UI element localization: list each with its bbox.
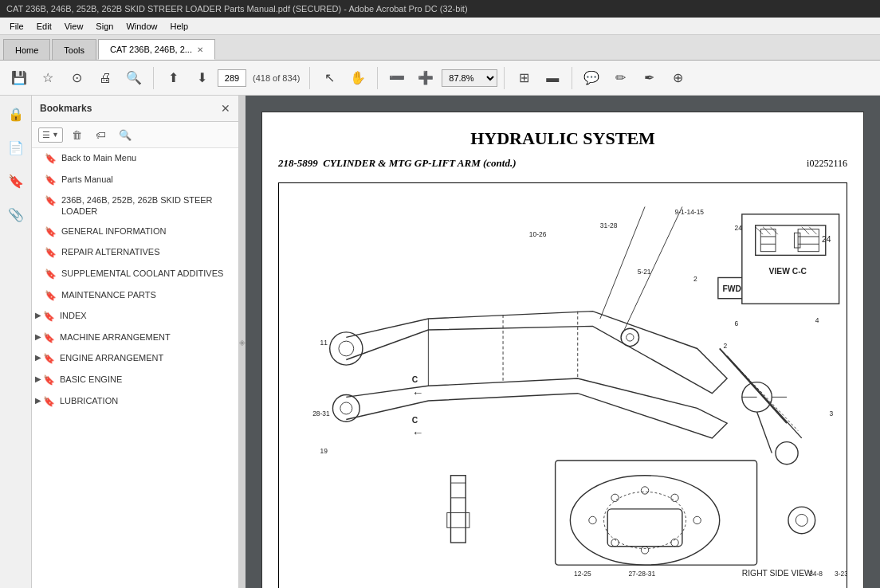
menu-file[interactable]: File: [3, 20, 30, 33]
page-number-input[interactable]: [218, 69, 246, 87]
svg-point-23: [641, 547, 648, 554]
diagram-svg: C ← C ←: [279, 183, 847, 588]
hand-tool[interactable]: ✋: [345, 65, 371, 91]
svg-line-37: [623, 206, 682, 333]
svg-text:3-23: 3-23: [835, 570, 847, 578]
svg-point-32: [788, 507, 815, 534]
bookmark-icon-12: 🔖: [43, 396, 55, 409]
svg-point-39: [621, 328, 638, 346]
title-text: CAT 236B, 246B, 252B, 262B SKID STREER L…: [6, 4, 468, 14]
separator-4: [504, 67, 505, 89]
sidebar-tag-button[interactable]: 🏷: [92, 125, 111, 144]
print-button[interactable]: 🖨: [92, 65, 118, 91]
sidebar-tools: ☰ ▼ 🗑 🏷 🔍: [32, 122, 238, 148]
zoom-out-button[interactable]: ➖: [384, 65, 410, 91]
fit-width-button[interactable]: ▬: [540, 65, 565, 91]
content-area[interactable]: HYDRAULIC SYSTEM 218-5899 CYLINDER & MTG…: [246, 96, 880, 588]
tab-home-label: Home: [15, 45, 38, 55]
svg-point-16: [604, 492, 686, 548]
fit-page-button[interactable]: ⊞: [511, 65, 536, 91]
svg-text:11: 11: [320, 339, 328, 347]
svg-text:6: 6: [734, 319, 738, 327]
menu-window[interactable]: Window: [120, 20, 163, 33]
bookmark-icon-4: 🔖: [45, 226, 57, 239]
tab-document[interactable]: CAT 236B, 246B, 2... ✕: [98, 39, 215, 60]
svg-line-28: [727, 356, 802, 438]
expand-arrow-basic: ▶: [35, 374, 41, 384]
svg-point-17: [589, 516, 596, 523]
bookmark-icon-2: 🔖: [45, 174, 57, 187]
svg-point-33: [796, 514, 807, 526]
svg-point-18: [611, 494, 619, 501]
draw-button[interactable]: ✒: [636, 65, 662, 91]
sidebar-dropdown-icon: ☰: [42, 130, 50, 140]
share-button[interactable]: ⊙: [64, 65, 89, 91]
svg-point-15: [570, 476, 719, 565]
svg-text:24: 24: [734, 224, 742, 232]
sidebar-view-dropdown[interactable]: ☰ ▼: [38, 127, 63, 143]
bookmark-engine-arr[interactable]: ▶ 🔖 ENGINE ARRANGEMENT: [32, 348, 238, 370]
bookmark-repair-alt[interactable]: 🔖 REPAIR ALTERNATIVES: [32, 242, 238, 264]
svg-text:←: ←: [412, 425, 424, 439]
panel-icon-bookmarks[interactable]: 🔖: [4, 169, 28, 193]
separator-3: [377, 67, 378, 89]
bookmark-coolant[interactable]: 🔖 SUPPLEMENTAL COOLANT ADDITIVES: [32, 264, 238, 285]
menu-bar: File Edit View Sign Window Help: [0, 18, 880, 35]
separator-2: [309, 67, 310, 89]
tab-close-icon[interactable]: ✕: [197, 45, 203, 54]
svg-text:12-25: 12-25: [574, 570, 591, 578]
sidebar-close-icon[interactable]: ✕: [221, 102, 230, 115]
svg-text:28-31: 28-31: [312, 410, 330, 417]
part-number: 218-5899 CYLINDER & MTG GP-LIFT ARM (con…: [278, 157, 517, 170]
menu-view[interactable]: View: [58, 20, 90, 33]
page-title: HYDRAULIC SYSTEM: [278, 128, 847, 149]
bookmark-basic-engine[interactable]: ▶ 🔖 BASIC ENGINE: [32, 370, 238, 391]
menu-help[interactable]: Help: [164, 20, 195, 33]
next-page-button[interactable]: ⬇: [189, 65, 214, 91]
prev-page-button[interactable]: ⬆: [160, 65, 186, 91]
panel-icon-lock[interactable]: 🔒: [4, 102, 28, 126]
left-panel: 🔒 📄 🔖 📎: [0, 96, 32, 588]
bookmark-label-2: Parts Manual: [61, 174, 232, 185]
search-button[interactable]: 🔍: [121, 65, 147, 91]
bookmark-button[interactable]: ☆: [35, 65, 61, 91]
svg-rect-25: [607, 509, 682, 547]
tab-tools[interactable]: Tools: [52, 39, 96, 60]
panel-icon-pages[interactable]: 📄: [4, 135, 28, 159]
zoom-select[interactable]: 87.8% 100% 125% 75%: [442, 69, 497, 87]
sidebar-delete-button[interactable]: 🗑: [68, 125, 87, 144]
menu-edit[interactable]: Edit: [30, 20, 58, 33]
tab-document-label: CAT 236B, 246B, 2...: [110, 45, 192, 54]
cursor-tool[interactable]: ↖: [316, 65, 342, 91]
sidebar-resize-handle[interactable]: ◈: [239, 96, 246, 588]
stamp-button[interactable]: ⊕: [665, 65, 690, 91]
tab-home[interactable]: Home: [3, 39, 50, 60]
pdf-page: HYDRAULIC SYSTEM 218-5899 CYLINDER & MTG…: [261, 112, 864, 588]
comment-button[interactable]: 💬: [579, 65, 604, 91]
separator-5: [572, 67, 572, 89]
bookmark-parts-manual[interactable]: 🔖 Parts Manual: [32, 170, 238, 191]
zoom-in-button[interactable]: ➕: [413, 65, 438, 91]
bookmark-index[interactable]: ▶ 🔖 INDEX: [32, 306, 238, 327]
svg-point-31: [776, 442, 798, 465]
save-button[interactable]: 💾: [6, 65, 32, 91]
bookmark-lubrication[interactable]: ▶ 🔖 LUBRICATION: [32, 391, 238, 413]
bookmark-icon-3: 🔖: [45, 195, 57, 208]
page-total: (418 of 834): [253, 73, 300, 83]
bookmark-back-to-main[interactable]: 🔖 Back to Main Menu: [32, 148, 238, 170]
bookmark-general-info[interactable]: 🔖 GENERAL INFORMATION: [32, 221, 238, 243]
bookmark-skid-steer[interactable]: 🔖 236B, 246B, 252B, 262B SKID STEER LOAD…: [32, 190, 238, 221]
bookmark-icon-5: 🔖: [45, 247, 57, 260]
bookmark-icon-10: 🔖: [43, 353, 55, 366]
svg-text:VIEW C-C: VIEW C-C: [769, 267, 807, 276]
panel-icon-attach[interactable]: 📎: [4, 202, 28, 226]
svg-text:19: 19: [320, 447, 328, 455]
svg-rect-11: [450, 476, 466, 543]
svg-text:C: C: [412, 416, 418, 425]
bookmark-maintenance[interactable]: 🔖 MAINTENANCE PARTS: [32, 285, 238, 307]
highlight-button[interactable]: ✏: [607, 65, 633, 91]
menu-sign[interactable]: Sign: [89, 20, 120, 33]
bookmark-machine-arr[interactable]: ▶ 🔖 MACHINE ARRANGEMENT: [32, 327, 238, 349]
sidebar-search-button[interactable]: 🔍: [116, 125, 135, 144]
svg-point-20: [671, 494, 678, 501]
